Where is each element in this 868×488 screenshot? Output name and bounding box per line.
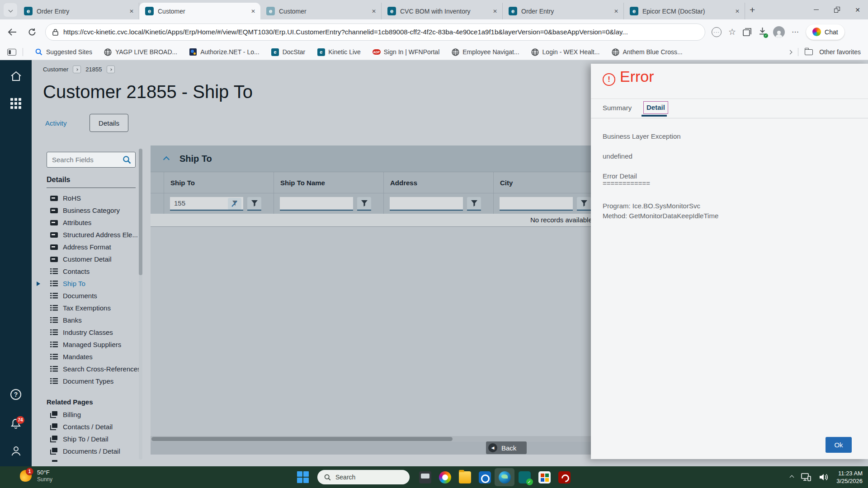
bookmarks-overflow-icon[interactable] [788,50,793,54]
home-nav-button[interactable] [0,70,32,82]
filter-input-address[interactable] [390,197,463,211]
other-favorites-button[interactable]: Other favorites [819,48,861,56]
browser-tab-cvc-bom-with-inventory[interactable]: eCVC BOM with Inventory✕ [382,3,503,19]
sidebar-item-address-format[interactable]: Address Format [43,241,147,253]
browser-tab-customer[interactable]: eCustomer✕ [260,3,382,19]
sidebar-item-contacts[interactable]: Contacts [43,265,147,277]
ok-button[interactable]: Ok [826,437,852,453]
sidebar-item-banks[interactable]: Banks [43,314,147,326]
panel-scrollbar-thumb[interactable] [139,149,142,275]
taskbar-app-file-explorer[interactable] [455,468,475,486]
volume-icon[interactable] [819,473,829,481]
tab-search-button[interactable] [4,3,17,17]
browser-tab-customer[interactable]: eCustomer✕ [139,3,260,19]
favorite-star-icon[interactable]: ☆ [728,27,736,37]
bookmark-sign-in-wfnportal[interactable]: ADPSign In | WFNPortal [373,48,439,56]
sidebar-item-business-category[interactable]: Business Category [43,204,147,216]
taskbar-app-outlook[interactable] [475,468,495,486]
tab-activity[interactable]: Activity [45,119,67,127]
profile-avatar[interactable] [773,26,785,38]
breadcrumb-item[interactable]: 21855 [85,66,102,73]
sidebar-toggle-icon[interactable] [7,49,16,56]
notifications-button[interactable] [0,418,32,430]
filter-funnel-button[interactable] [577,197,591,211]
new-tab-button[interactable]: + [750,5,755,15]
breadcrumb-item[interactable]: Customer [43,66,68,73]
start-button[interactable] [297,471,309,483]
breadcrumb-chevron-button[interactable] [107,66,115,73]
apps-nav-button[interactable] [0,98,32,109]
related-item-billing[interactable]: Billing [43,408,147,421]
bookmark-suggested-sites[interactable]: Suggested Sites [35,48,92,56]
help-button[interactable]: ? [0,389,32,400]
network-icon[interactable] [801,473,811,482]
close-button[interactable]: ✕ [847,0,868,19]
collections-icon[interactable] [743,28,752,36]
bookmark-anthem-blue-cross[interactable]: Anthem Blue Cross... [611,48,682,56]
filter-funnel-button[interactable] [357,197,371,211]
taskbar-app-office[interactable] [534,468,554,486]
bookmark-employee-navigat[interactable]: Employee Navigat... [451,48,519,56]
sidebar-item-mandates[interactable]: Mandates [43,351,147,363]
taskbar-app-remote-desktop[interactable] [415,468,435,486]
bookmark-login-wex-healt[interactable]: Login - WEX Healt... [531,48,600,56]
sidebar-item-document-types[interactable]: Document Types [43,375,147,387]
search-fields-input[interactable] [52,156,120,164]
filter-funnel-button[interactable] [467,197,481,211]
taskbar-app-copilot[interactable] [435,468,455,486]
related-item-ship-to-detail[interactable]: Ship To / Detail [43,433,147,445]
address-bar[interactable]: https://cvc-kinetic.cvc.local/Kinetic/Ap… [45,23,705,41]
browser-tab-order-entry[interactable]: eOrder Entry✕ [18,3,139,19]
taskbar-app-kinetic-checked[interactable]: ✓ [514,468,534,486]
sidebar-item-industry-classes[interactable]: Industry Classes [43,326,147,338]
permissions-icon[interactable]: ··· [712,27,722,37]
breadcrumb-chevron-button[interactable] [73,66,81,73]
taskbar-search[interactable]: Search [317,470,410,484]
back-button-grid[interactable]: ◀ Back [486,441,527,454]
related-item-documents-detail[interactable]: Documents / Detail [43,445,147,457]
sidebar-item-documents[interactable]: Documents [43,290,147,302]
related-item-partial[interactable] [43,457,147,462]
panel-scrollbar[interactable] [139,149,142,460]
profile-nav-button[interactable] [0,445,32,457]
sidebar-item-search-cross-references[interactable]: Search Cross-References [43,363,147,375]
bookmark-docstar[interactable]: eDocStar [271,48,306,56]
settings-menu-icon[interactable]: ⋯ [792,28,799,36]
sidebar-item-rohs[interactable]: RoHS [43,192,147,204]
tab-close-icon[interactable]: ✕ [734,8,741,15]
bookmark-yagp-live-broad[interactable]: YAGP LIVE BROAD... [104,48,177,56]
tab-close-icon[interactable]: ✕ [613,8,620,15]
refresh-button[interactable] [24,24,40,40]
tab-detail[interactable]: Detail [643,101,668,114]
clear-filter-icon[interactable] [228,198,241,210]
horizontal-scrollbar-thumb[interactable] [151,437,453,441]
back-button[interactable] [5,24,20,40]
copilot-chat-button[interactable]: Chat [806,24,844,40]
filter-input-ship-to-name[interactable] [280,197,353,211]
collapse-chevron-icon[interactable] [163,156,170,163]
taskbar-app-acrobat[interactable] [554,468,574,486]
sidebar-item-ship-to[interactable]: Ship To [43,277,147,290]
search-icon[interactable] [123,155,131,164]
sidebar-item-tax-exemptions[interactable]: Tax Exemptions [43,302,147,314]
related-item-contacts-detail[interactable]: Contacts / Detail [43,421,147,433]
tab-close-icon[interactable]: ✕ [128,8,135,15]
taskbar-app-edge[interactable] [495,468,514,486]
tab-close-icon[interactable]: ✕ [491,8,499,15]
sidebar-item-managed-suppliers[interactable]: Managed Suppliers [43,338,147,351]
browser-tab-epicor-ecm-docstar[interactable]: eEpicor ECM (DocStar)✕ [624,3,745,19]
sidebar-item-structured-address-ele[interactable]: Structured Address Ele... [43,229,147,241]
tab-close-icon[interactable]: ✕ [250,8,257,15]
sidebar-item-customer-detail[interactable]: Customer Detail [43,253,147,265]
bookmark-authorize-net-lo[interactable]: Authorize.NET - Lo... [189,48,259,56]
browser-tab-order-entry[interactable]: eOrder Entry✕ [503,3,624,19]
tab-close-icon[interactable]: ✕ [370,8,377,15]
minimize-button[interactable] [806,0,826,19]
tab-summary[interactable]: Summary [603,104,632,112]
bookmark-kinetic-live[interactable]: eKinetic Live [317,48,361,56]
clock[interactable]: 11:23 AM 3/25/2026 [836,469,863,485]
filter-input-city[interactable] [500,197,573,211]
downloads-button[interactable]: ✓ [759,27,766,37]
tray-overflow-icon[interactable] [790,475,794,479]
weather-widget[interactable]: 1 50°F Sunny [20,469,52,483]
